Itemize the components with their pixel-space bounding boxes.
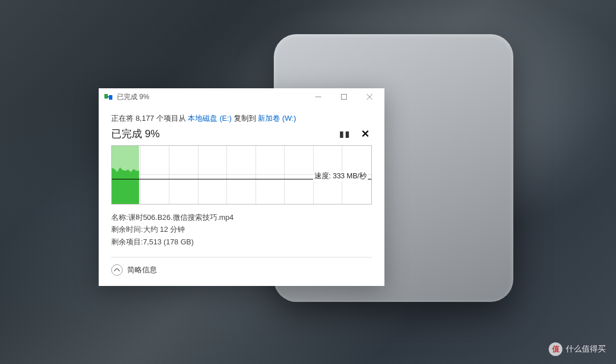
speed-chart[interactable]: 速度: 333 MB/秒 bbox=[111, 145, 372, 205]
action-icons: ▮▮ ✕ bbox=[339, 128, 372, 140]
watermark: 值 什么值得买 bbox=[549, 342, 606, 356]
copy-items-from: 个项目从 bbox=[154, 114, 188, 122]
divider bbox=[111, 257, 372, 257]
detail-time-label: 剩余时间: bbox=[111, 223, 143, 235]
maximize-button[interactable] bbox=[331, 89, 356, 105]
details-toggle[interactable]: 简略信息 bbox=[111, 264, 372, 277]
detail-items-label: 剩余项目: bbox=[111, 236, 143, 248]
svg-rect-3 bbox=[341, 95, 346, 100]
details-section: 名称: 课时506.B26.微信搜索技巧.mp4 剩余时间: 大约 12 分钟 … bbox=[111, 211, 372, 248]
window-controls bbox=[305, 89, 382, 105]
copy-description: 正在将 8,177 个项目从 本地磁盘 (E:) 复制到 新加卷 (W:) bbox=[111, 113, 372, 124]
copy-count: 8,177 bbox=[136, 114, 155, 122]
detail-time-row: 剩余时间: 大约 12 分钟 bbox=[111, 223, 372, 235]
copy-icon bbox=[104, 93, 114, 101]
titlebar[interactable]: 已完成 9% bbox=[99, 88, 384, 105]
svg-marker-7 bbox=[112, 167, 139, 204]
progress-label: 已完成 9% bbox=[111, 127, 160, 141]
detail-name-row: 名称: 课时506.B26.微信搜索技巧.mp4 bbox=[111, 211, 372, 223]
detail-items-row: 剩余项目: 7,513 (178 GB) bbox=[111, 236, 372, 248]
source-link[interactable]: 本地磁盘 (E:) bbox=[188, 114, 232, 122]
dest-link[interactable]: 新加卷 (W:) bbox=[258, 114, 296, 122]
dialog-body: 正在将 8,177 个项目从 本地磁盘 (E:) 复制到 新加卷 (W:) 已完… bbox=[99, 105, 384, 286]
detail-name-value: 课时506.B26.微信搜索技巧.mp4 bbox=[128, 211, 234, 223]
progress-row: 已完成 9% ▮▮ ✕ bbox=[111, 127, 372, 141]
cancel-button[interactable]: ✕ bbox=[361, 128, 370, 140]
watermark-badge-icon: 值 bbox=[549, 342, 562, 356]
copy-to-text: 复制到 bbox=[232, 114, 258, 122]
chevron-up-icon bbox=[111, 264, 123, 276]
copy-prefix: 正在将 bbox=[111, 114, 136, 122]
window-title: 已完成 9% bbox=[117, 92, 305, 102]
detail-name-label: 名称: bbox=[111, 211, 128, 223]
minimize-button[interactable] bbox=[305, 89, 331, 105]
detail-items-value: 7,513 (178 GB) bbox=[143, 236, 194, 248]
speed-label: 速度: 333 MB/秒 bbox=[313, 171, 368, 181]
pause-button[interactable]: ▮▮ bbox=[339, 129, 351, 138]
toggle-label: 简略信息 bbox=[127, 265, 157, 275]
chart-fill bbox=[112, 146, 139, 204]
copy-progress-dialog: 已完成 9% 正在将 8,177 个项目从 本地磁盘 (E:) 复制到 新加卷 … bbox=[99, 88, 384, 286]
watermark-text: 什么值得买 bbox=[566, 344, 606, 354]
close-button[interactable] bbox=[356, 89, 382, 105]
detail-time-value: 大约 12 分钟 bbox=[143, 223, 185, 235]
